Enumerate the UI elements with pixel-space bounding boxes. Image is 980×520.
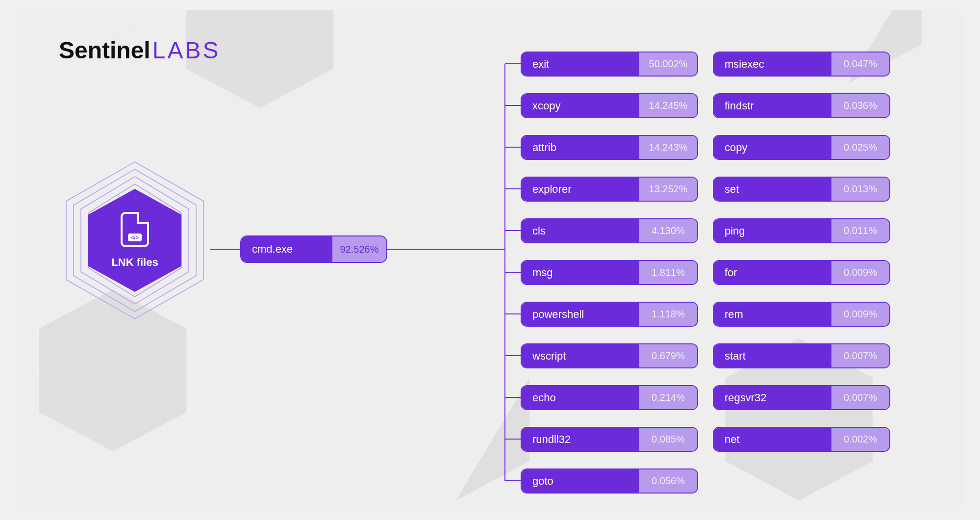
- child-name: echo: [522, 386, 639, 409]
- child-percent: 0.056%: [639, 469, 697, 493]
- child-node: findstr0.036%: [713, 93, 890, 118]
- child-node: regsvr320.007%: [713, 385, 890, 410]
- child-row: xcopy14.245%findstr0.036%: [521, 93, 890, 118]
- child-percent: 1.118%: [639, 303, 697, 326]
- child-name: explorer: [522, 178, 639, 201]
- child-name: wscript: [522, 344, 639, 367]
- child-name: ping: [714, 219, 831, 242]
- child-row: rundll320.085%net0.002%: [521, 427, 890, 452]
- child-name: rundll32: [522, 428, 639, 451]
- child-node: goto0.056%: [521, 468, 698, 494]
- child-name: set: [714, 178, 831, 201]
- child-percent: 0.002%: [831, 428, 889, 451]
- child-percent: 0.007%: [831, 386, 889, 409]
- child-node: set0.013%: [713, 177, 890, 202]
- child-node: net0.002%: [713, 427, 890, 452]
- child-row: cls4.130%ping0.011%: [521, 218, 890, 243]
- child-percent: 14.245%: [639, 94, 697, 117]
- child-node: powershell1.118%: [521, 302, 698, 327]
- child-row: goto0.056%: [521, 468, 698, 494]
- child-name: cls: [522, 219, 639, 242]
- child-name: attrib: [522, 136, 639, 159]
- child-percent: 0.047%: [831, 52, 889, 76]
- code-badge: </>: [128, 234, 142, 241]
- child-row: explorer13.252%set0.013%: [521, 177, 890, 202]
- child-name: msiexec: [714, 52, 831, 76]
- diagram-frame: SentinelLABS </> LNK files cmd.exe 92.52…: [15, 10, 965, 510]
- child-node: msiexec0.047%: [713, 52, 890, 77]
- child-percent: 0.085%: [639, 428, 697, 451]
- child-node: attrib14.243%: [521, 135, 698, 160]
- root-label: LNK files: [111, 256, 158, 269]
- child-percent: 1.811%: [639, 261, 697, 284]
- child-percent: 0.679%: [639, 344, 697, 367]
- child-name: powershell: [522, 303, 639, 326]
- child-row: msg1.811%for0.009%: [521, 260, 890, 285]
- child-name: findstr: [714, 94, 831, 117]
- child-node: exit50.002%: [521, 52, 698, 77]
- child-node: msg1.811%: [521, 260, 698, 285]
- file-icon: </>: [121, 212, 149, 247]
- child-name: regsvr32: [714, 386, 831, 409]
- child-percent: 0.009%: [831, 303, 889, 326]
- brand-logo: SentinelLABS: [59, 37, 220, 64]
- child-row: powershell1.118%rem0.009%: [521, 302, 890, 327]
- child-percent: 0.007%: [831, 344, 889, 367]
- child-node: ping0.011%: [713, 218, 890, 243]
- child-node: copy0.025%: [713, 135, 890, 160]
- child-name: goto: [522, 469, 639, 493]
- brand-sentinel: Sentinel: [59, 37, 151, 63]
- child-node: xcopy14.245%: [521, 93, 698, 118]
- child-percent: 0.013%: [831, 178, 889, 201]
- child-percent: 50.002%: [639, 52, 697, 76]
- child-node: cls4.130%: [521, 218, 698, 243]
- parent-name: cmd.exe: [241, 236, 332, 262]
- child-percent: 0.009%: [831, 261, 889, 284]
- child-node: rem0.009%: [713, 302, 890, 327]
- child-row: echo0.214%regsvr320.007%: [521, 385, 890, 410]
- child-row: attrib14.243%copy0.025%: [521, 135, 890, 160]
- child-name: msg: [522, 261, 639, 284]
- child-percent: 0.214%: [639, 386, 697, 409]
- child-percent: 14.243%: [639, 136, 697, 159]
- child-name: rem: [714, 303, 831, 326]
- child-name: start: [714, 344, 831, 367]
- root-node: </> LNK files: [59, 157, 211, 324]
- child-percent: 13.252%: [639, 178, 697, 201]
- child-percent: 4.130%: [639, 219, 697, 242]
- child-node: start0.007%: [713, 343, 890, 368]
- brand-labs: LABS: [152, 37, 221, 63]
- child-name: exit: [522, 52, 639, 76]
- child-node: for0.009%: [713, 260, 890, 285]
- child-percent: 0.025%: [831, 136, 889, 159]
- child-name: net: [714, 428, 831, 451]
- child-name: for: [714, 261, 831, 284]
- child-row: wscript0.679%start0.007%: [521, 343, 890, 368]
- child-name: copy: [714, 136, 831, 159]
- parent-node: cmd.exe 92.526%: [240, 235, 387, 263]
- child-node: echo0.214%: [521, 385, 698, 410]
- child-percent: 0.011%: [831, 219, 889, 242]
- child-row: exit50.002%msiexec0.047%: [521, 52, 890, 77]
- parent-percent: 92.526%: [332, 236, 386, 262]
- child-node: wscript0.679%: [521, 343, 698, 368]
- child-name: xcopy: [522, 94, 639, 117]
- child-node: explorer13.252%: [521, 177, 698, 202]
- child-percent: 0.036%: [831, 94, 889, 117]
- child-node: rundll320.085%: [521, 427, 698, 452]
